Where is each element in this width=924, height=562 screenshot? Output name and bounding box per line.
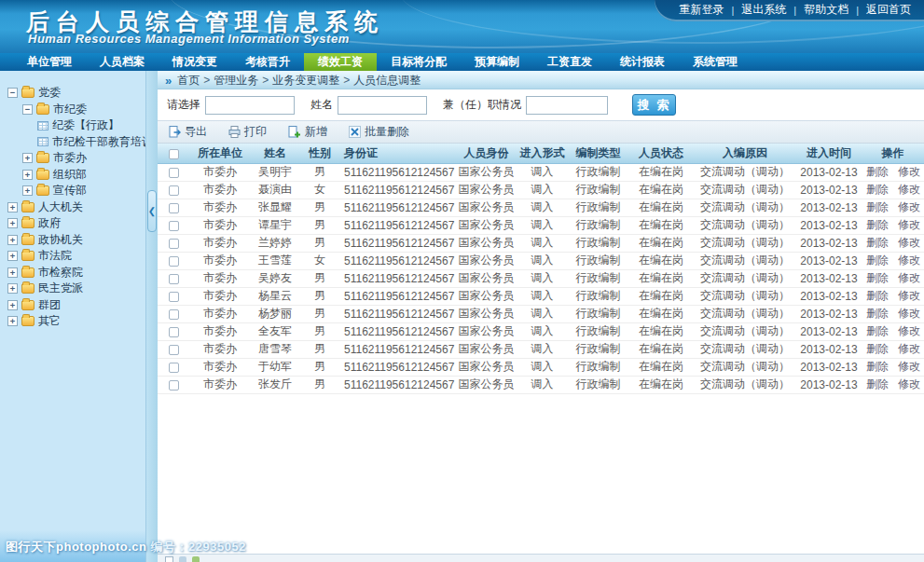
sidebar-item[interactable]: 纪委【行政】: [0, 117, 145, 134]
edit-link[interactable]: 修改: [898, 254, 920, 267]
sidebar-item[interactable]: +市委办: [0, 150, 145, 167]
expand-toggle-icon[interactable]: +: [22, 153, 33, 163]
row-checkbox[interactable]: [169, 327, 179, 337]
edit-link[interactable]: 修改: [898, 236, 920, 249]
print-button[interactable]: 打印: [228, 124, 267, 140]
menu-item-7[interactable]: 预算编制: [461, 53, 533, 71]
row-checkbox[interactable]: [169, 363, 179, 373]
delete-link[interactable]: 删除: [866, 360, 889, 373]
sidebar-item[interactable]: +政府: [0, 215, 145, 232]
filter-name-input[interactable]: [338, 96, 427, 115]
edit-link[interactable]: 修改: [898, 360, 920, 373]
menu-item-1[interactable]: 单位管理: [13, 53, 86, 71]
select-all-checkbox[interactable]: [169, 149, 179, 159]
row-checkbox[interactable]: [169, 380, 179, 391]
top-link[interactable]: 返回首页: [866, 2, 911, 18]
sidebar-item[interactable]: +组织部: [0, 167, 145, 184]
filter-select-input[interactable]: [205, 96, 295, 115]
edit-link[interactable]: 修改: [898, 377, 920, 391]
row-checkbox[interactable]: [169, 256, 179, 267]
expand-toggle-icon[interactable]: +: [7, 251, 18, 261]
row-checkbox[interactable]: [169, 345, 179, 355]
expand-toggle-icon[interactable]: +: [22, 170, 33, 180]
top-link[interactable]: 帮助文档: [804, 2, 848, 18]
pager-refresh-icon[interactable]: [192, 556, 200, 562]
edit-link[interactable]: 修改: [898, 271, 920, 284]
menu-item-3[interactable]: 情况变更: [159, 53, 231, 71]
expand-toggle-icon[interactable]: +: [7, 283, 18, 294]
delete-link[interactable]: 删除: [866, 271, 889, 284]
row-checkbox[interactable]: [169, 239, 179, 249]
sidebar-item[interactable]: −党委: [0, 85, 145, 102]
expand-toggle-icon[interactable]: +: [7, 316, 18, 326]
breadcrumb-segment[interactable]: 管理业务: [214, 74, 258, 87]
menu-item-10[interactable]: 系统管理: [679, 53, 752, 71]
filter-job-input[interactable]: [526, 96, 608, 115]
edit-link[interactable]: 修改: [898, 342, 920, 355]
sidebar-item[interactable]: +其它: [0, 313, 145, 330]
edit-link[interactable]: 修改: [898, 165, 920, 178]
menu-item-9[interactable]: 统计报表: [606, 53, 679, 71]
breadcrumb-segment[interactable]: 人员信息调整: [353, 74, 421, 87]
row-checkbox[interactable]: [169, 309, 179, 320]
menu-item-2[interactable]: 人员档案: [86, 53, 159, 71]
expand-toggle-icon[interactable]: +: [7, 218, 18, 228]
sidebar-item[interactable]: 市纪检干部教育培训中心: [0, 134, 145, 151]
edit-link[interactable]: 修改: [898, 183, 920, 196]
sidebar-item[interactable]: +宣传部: [0, 183, 145, 199]
sidebar-item[interactable]: +政协机关: [0, 232, 145, 249]
pager-icon[interactable]: [179, 556, 186, 562]
row-checkbox[interactable]: [169, 168, 179, 178]
breadcrumb-segment[interactable]: 首页: [177, 74, 200, 87]
expand-toggle-icon[interactable]: +: [7, 202, 18, 212]
delete-link[interactable]: 删除: [866, 377, 889, 391]
pagination-bar-partial[interactable]: [158, 554, 924, 562]
expand-toggle-icon[interactable]: +: [22, 185, 33, 196]
sidebar-item[interactable]: +群团: [0, 297, 145, 314]
delete-link[interactable]: 删除: [866, 183, 889, 196]
sidebar-collapse-handle[interactable]: ❮: [147, 190, 157, 232]
delete-link[interactable]: 删除: [866, 307, 889, 320]
delete-link[interactable]: 删除: [866, 200, 889, 213]
top-link[interactable]: 重新登录: [679, 2, 724, 18]
search-button[interactable]: 搜 索: [632, 94, 676, 116]
delete-link[interactable]: 删除: [866, 254, 889, 267]
delete-link[interactable]: 删除: [866, 236, 889, 249]
delete-link[interactable]: 删除: [866, 165, 889, 178]
sidebar-item[interactable]: +民主党派: [0, 281, 145, 297]
sidebar-item[interactable]: +市检察院: [0, 265, 145, 281]
menu-item-5[interactable]: 绩效工资: [304, 53, 377, 71]
delete-link[interactable]: 删除: [866, 342, 889, 355]
breadcrumb-segment[interactable]: 业务变更调整: [272, 74, 339, 87]
menu-item-4[interactable]: 考核晋升: [231, 53, 304, 71]
batch-delete-button[interactable]: 批量删除: [349, 124, 409, 140]
delete-link[interactable]: 删除: [866, 289, 889, 302]
expand-toggle-icon[interactable]: +: [7, 267, 18, 278]
delete-link[interactable]: 删除: [866, 324, 889, 337]
delete-link[interactable]: 删除: [866, 218, 889, 231]
menu-item-6[interactable]: 目标将分配: [377, 53, 461, 71]
sidebar-item[interactable]: +市法院: [0, 248, 145, 265]
edit-link[interactable]: 修改: [898, 289, 920, 302]
expand-toggle-icon[interactable]: +: [7, 300, 18, 310]
row-checkbox[interactable]: [169, 185, 179, 196]
collapse-toggle-icon[interactable]: −: [7, 88, 18, 98]
row-checkbox[interactable]: [169, 221, 179, 231]
pager-checkbox[interactable]: [165, 556, 173, 562]
cell-进入时间: 2013-02-13: [796, 269, 862, 287]
collapse-toggle-icon[interactable]: −: [22, 104, 33, 115]
expand-toggle-icon[interactable]: +: [7, 235, 18, 245]
sidebar-item[interactable]: −市纪委: [0, 102, 145, 118]
export-button[interactable]: 导出: [169, 124, 207, 140]
edit-link[interactable]: 修改: [898, 324, 920, 337]
row-checkbox[interactable]: [169, 274, 179, 284]
sidebar-item[interactable]: +人大机关: [0, 199, 145, 216]
row-checkbox[interactable]: [169, 203, 179, 213]
edit-link[interactable]: 修改: [898, 218, 920, 231]
edit-link[interactable]: 修改: [898, 307, 920, 320]
add-button[interactable]: 新增: [288, 124, 327, 140]
top-link[interactable]: 退出系统: [741, 2, 786, 18]
row-checkbox[interactable]: [169, 292, 179, 302]
edit-link[interactable]: 修改: [898, 200, 920, 213]
menu-item-8[interactable]: 工资直发: [533, 53, 606, 71]
